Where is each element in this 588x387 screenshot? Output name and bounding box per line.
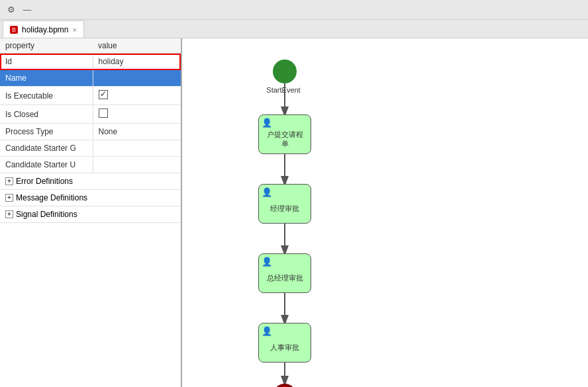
minus-icon[interactable]: — [21, 4, 33, 16]
checkbox-empty-3[interactable] [99, 108, 108, 118]
expand-icon-0[interactable]: + [5, 177, 13, 185]
prop-value-5 [93, 140, 181, 157]
prop-name-3: Is Closed [0, 105, 93, 124]
expand-label-2: Signal Definitions [16, 210, 77, 219]
properties-panel: property value IdholidayNameIs Executabl… [0, 38, 182, 387]
task-manager-approve[interactable]: 👤 经理审批 [258, 184, 311, 224]
tab-file-icon: B [10, 26, 18, 34]
prop-name-6: Candidate Starter U [0, 157, 93, 173]
user-icon-1: 👤 [262, 118, 272, 128]
tab-label: holiday.bpmn [22, 25, 69, 34]
user-icon-3: 👤 [262, 257, 272, 267]
prop-row-6[interactable]: Candidate Starter U [0, 157, 181, 173]
expand-label-1: Message Definitions [16, 193, 87, 202]
prop-row-3[interactable]: Is Closed [0, 105, 181, 124]
task2-label: 经理审批 [270, 194, 299, 213]
expand-icon-1[interactable]: + [5, 194, 13, 202]
task-submit[interactable]: 👤 户提交请程单 [258, 114, 311, 154]
task-hr-approve[interactable]: 👤 人事审批 [258, 323, 311, 363]
top-bar: ⚙ — [0, 0, 588, 20]
expand-row-0[interactable]: +Error Definitions [0, 173, 181, 190]
expand-label-0: Error Definitions [16, 177, 73, 186]
prop-row-5[interactable]: Candidate Starter G [0, 140, 181, 157]
prop-value-6 [93, 157, 181, 173]
prop-value-4: None [93, 124, 181, 140]
prop-value-2[interactable] [93, 87, 181, 105]
prop-value-0: holiday [93, 54, 181, 70]
task-gm-approve[interactable]: 👤 总经理审批 [258, 253, 311, 293]
end-event[interactable] [273, 384, 297, 387]
prop-name-0: Id [0, 54, 93, 70]
user-icon-2: 👤 [262, 187, 272, 197]
checkbox-checked-2[interactable] [99, 90, 108, 99]
prop-name-1: Name [0, 70, 93, 87]
prop-row-2[interactable]: Is Executable [0, 87, 181, 105]
tab-bar: B holiday.bpmn × [0, 20, 588, 38]
main-content: property value IdholidayNameIs Executabl… [0, 38, 588, 387]
expand-row-1[interactable]: +Message Definitions [0, 190, 181, 206]
diagram-area: StartEvent 👤 户提交请程单 👤 经理审批 👤 总经理审批 👤 人事审… [182, 38, 588, 387]
gear-icon[interactable]: ⚙ [5, 4, 17, 16]
diagram-arrows [182, 38, 588, 387]
task4-label: 人事审批 [270, 333, 299, 352]
start-event-label: StartEvent [257, 86, 310, 94]
expand-row-2[interactable]: +Signal Definitions [0, 206, 181, 223]
prop-name-4: Process Type [0, 124, 93, 140]
task3-label: 总经理审批 [267, 264, 303, 282]
properties-table: property value IdholidayNameIs Executabl… [0, 38, 181, 173]
prop-name-5: Candidate Starter G [0, 140, 93, 157]
table-header-row: property value [0, 38, 181, 54]
prop-row-4[interactable]: Process TypeNone [0, 124, 181, 140]
holiday-tab[interactable]: B holiday.bpmn × [3, 21, 84, 38]
prop-value-1 [93, 70, 181, 87]
expand-icon-2[interactable]: + [5, 210, 13, 218]
prop-row-0[interactable]: Idholiday [0, 54, 181, 70]
prop-value-3[interactable] [93, 105, 181, 124]
col-value-header: value [93, 38, 181, 54]
start-event[interactable] [273, 60, 297, 83]
prop-row-1[interactable]: Name [0, 70, 181, 87]
prop-name-2: Is Executable [0, 87, 93, 105]
col-property-header: property [0, 38, 93, 54]
tab-close-button[interactable]: × [73, 26, 77, 34]
user-icon-4: 👤 [262, 326, 272, 336]
